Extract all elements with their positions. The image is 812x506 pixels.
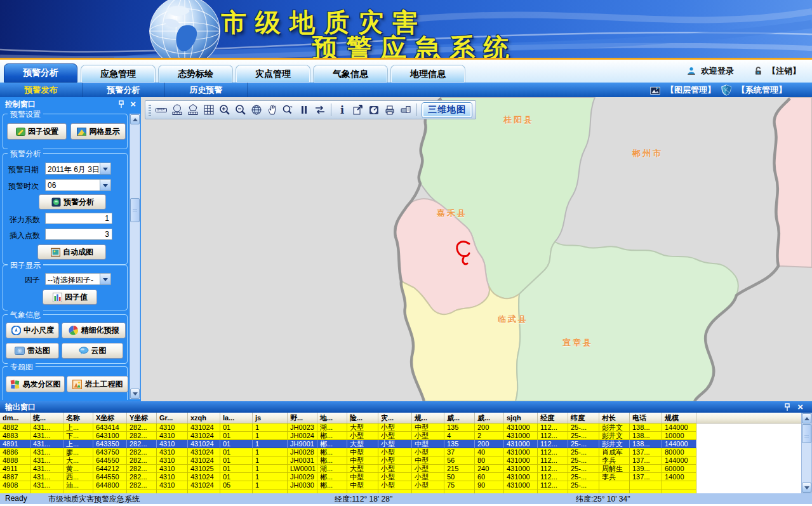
- table-cell[interactable]: 上...: [63, 440, 93, 448]
- pause-icon[interactable]: [296, 102, 312, 117]
- map-area[interactable]: 桂阳县郴州市嘉禾县临武县宜章县 i: [141, 97, 812, 401]
- table-cell[interactable]: 144000: [662, 423, 696, 432]
- table-cell[interactable]: 周解生: [599, 465, 630, 473]
- table-cell[interactable]: 中型: [347, 473, 378, 481]
- column-header[interactable]: 野...: [288, 413, 317, 423]
- table-cell[interactable]: 郴...: [317, 481, 347, 489]
- table-row[interactable]: 4882431...上...643414282...4310431024011J…: [0, 423, 812, 432]
- table-cell[interactable]: 大型: [347, 440, 378, 448]
- table-cell[interactable]: 644550: [93, 473, 127, 481]
- layer-manager-link[interactable]: 【图层管理】: [666, 84, 715, 96]
- table-cell[interactable]: 431000: [504, 448, 538, 456]
- table-cell[interactable]: 431024: [188, 481, 220, 489]
- meso-scale-button[interactable]: 中小尺度: [6, 323, 59, 338]
- measure-distance-icon[interactable]: [154, 102, 169, 117]
- scrollbar-thumb[interactable]: [802, 424, 811, 443]
- table-cell[interactable]: 431...: [30, 481, 63, 489]
- table-cell[interactable]: 90: [475, 481, 504, 489]
- table-cell[interactable]: JH0030: [288, 481, 317, 489]
- table-cell[interactable]: 西...: [63, 473, 93, 481]
- column-header[interactable]: 村长: [599, 413, 630, 423]
- table-cell[interactable]: 137...: [630, 473, 662, 481]
- table-row[interactable]: 4888431...大...644550282...4310431024011J…: [0, 456, 812, 465]
- table-cell[interactable]: 112...: [538, 456, 568, 465]
- column-header[interactable]: js: [253, 413, 288, 423]
- navigate-icon[interactable]: [366, 102, 382, 117]
- table-cell[interactable]: [599, 481, 630, 489]
- table-cell[interactable]: 4310: [157, 448, 188, 456]
- refined-forecast-button[interactable]: 精细化预报: [62, 323, 126, 338]
- table-cell[interactable]: 彭井文: [599, 432, 630, 440]
- table-cell[interactable]: 643414: [93, 423, 127, 432]
- table-cell[interactable]: 60000: [662, 465, 696, 473]
- system-manager-link[interactable]: 【系统管理】: [737, 84, 787, 96]
- table-cell[interactable]: 4310: [157, 465, 188, 473]
- table-cell[interactable]: 彭井文: [599, 440, 630, 448]
- table-cell[interactable]: 138...: [630, 423, 662, 432]
- table-cell[interactable]: 112...: [538, 465, 568, 473]
- table-cell[interactable]: 643750: [93, 448, 127, 456]
- table-cell[interactable]: 4310: [157, 473, 188, 481]
- column-header[interactable]: 灾...: [378, 413, 412, 423]
- table-cell[interactable]: 大...: [63, 456, 93, 465]
- table-cell[interactable]: 25-...: [568, 456, 599, 465]
- main-tab-1[interactable]: 预警分析: [4, 63, 77, 83]
- table-cell[interactable]: 431...: [30, 448, 63, 456]
- table-cell[interactable]: 大型: [347, 465, 378, 473]
- column-header[interactable]: Y坐标: [127, 413, 157, 423]
- table-cell[interactable]: 137...: [630, 456, 662, 465]
- table-row[interactable]: 4886431...廖...643750282...4310431024011J…: [0, 448, 812, 456]
- table-row[interactable]: 4908431...油...644800282...4310431024051J…: [0, 481, 812, 489]
- table-cell[interactable]: 郴...: [317, 473, 347, 481]
- chevron-down-icon[interactable]: [100, 180, 110, 190]
- table-cell[interactable]: 湖...: [317, 465, 347, 473]
- table-cell[interactable]: 小型: [412, 448, 444, 456]
- table-cell[interactable]: 431...: [30, 456, 63, 465]
- table-cell[interactable]: 1: [253, 448, 288, 456]
- table-cell[interactable]: 01: [220, 440, 253, 448]
- full-extent-icon[interactable]: [249, 102, 264, 117]
- column-header[interactable]: 威...: [444, 413, 475, 423]
- table-cell[interactable]: 200: [475, 423, 504, 432]
- table-cell[interactable]: 上...: [63, 423, 93, 432]
- scroll-down-icon[interactable]: [802, 483, 811, 493]
- table-cell[interactable]: 小型: [378, 432, 412, 440]
- table-cell[interactable]: 肖成军: [599, 448, 630, 456]
- table-cell[interactable]: 4911: [0, 465, 30, 473]
- table-cell[interactable]: 01: [220, 473, 253, 481]
- zoom-in-icon[interactable]: [217, 102, 232, 117]
- column-header[interactable]: 险...: [347, 413, 378, 423]
- table-row[interactable]: 4891431...上...643350282...4310431024011J…: [0, 440, 812, 448]
- table-cell[interactable]: 643100: [93, 432, 127, 440]
- column-header[interactable]: 规模: [662, 413, 696, 423]
- table-cell[interactable]: 下...: [63, 432, 93, 440]
- table-cell[interactable]: 200: [475, 440, 504, 448]
- table-cell[interactable]: 郴...: [317, 440, 347, 448]
- table-cell[interactable]: 138...: [630, 432, 662, 440]
- table-cell[interactable]: 40: [475, 448, 504, 456]
- table-cell[interactable]: 643350: [93, 440, 127, 448]
- column-header[interactable]: xzqh: [188, 413, 220, 423]
- table-cell[interactable]: JH0024: [288, 432, 317, 440]
- table-cell[interactable]: 4888: [0, 456, 30, 465]
- table-cell[interactable]: 14000: [662, 473, 696, 481]
- table-cell[interactable]: 112...: [538, 481, 568, 489]
- table-cell[interactable]: 小型: [412, 432, 444, 440]
- pan-hand-icon[interactable]: [265, 102, 280, 117]
- table-cell[interactable]: 小型: [378, 465, 412, 473]
- table-cell[interactable]: 75: [444, 481, 475, 489]
- cloud-button[interactable]: 云图: [62, 343, 123, 359]
- table-cell[interactable]: 25-...: [568, 423, 599, 432]
- table-cell[interactable]: 1: [253, 432, 288, 440]
- table-cell[interactable]: 1: [253, 440, 288, 448]
- map-3d-button[interactable]: 三维地图: [422, 102, 472, 118]
- grid-icon[interactable]: [201, 102, 216, 117]
- grid-display-button[interactable]: 网格显示: [70, 123, 126, 140]
- table-cell[interactable]: 01: [220, 465, 253, 473]
- table-cell[interactable]: 小型: [347, 432, 378, 440]
- table-cell[interactable]: LW0001: [288, 465, 317, 473]
- table-cell[interactable]: 139...: [630, 465, 662, 473]
- table-cell[interactable]: 小型: [412, 465, 444, 473]
- prone-zone-map-button[interactable]: 易发分区图: [6, 376, 65, 392]
- column-header[interactable]: 纬度: [568, 413, 599, 423]
